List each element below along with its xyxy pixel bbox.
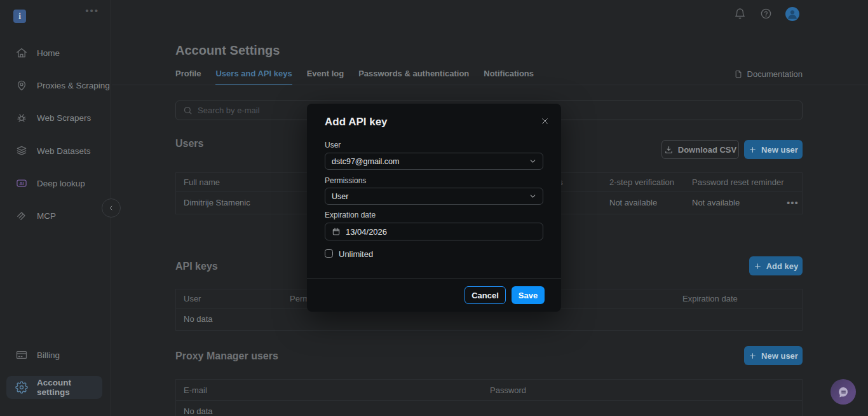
save-button[interactable]: Save (512, 286, 545, 304)
user-field-label: User (325, 141, 341, 149)
user-select-value: dstc97@gmail.com (325, 157, 399, 166)
calendar-icon (325, 227, 341, 236)
permissions-select-value: User (325, 192, 348, 201)
expiration-date-value: 13/04/2026 (341, 227, 387, 237)
permissions-select[interactable]: User (325, 188, 543, 205)
expiration-field-label: Expiration date (325, 211, 376, 219)
chevron-down-icon (529, 192, 537, 200)
user-select[interactable]: dstc97@gmail.com (325, 153, 543, 170)
cancel-button[interactable]: Cancel (465, 286, 506, 304)
cancel-button-label: Cancel (471, 291, 499, 300)
permissions-field-label: Permissions (325, 176, 366, 185)
expiration-date-input[interactable]: 13/04/2026 (325, 223, 543, 240)
app-root: i ••• Home Proxies & Scraping Web Scrape… (0, 0, 868, 416)
add-api-key-modal: Add API key User dstc97@gmail.com Permis… (307, 104, 561, 312)
close-icon[interactable] (540, 116, 550, 127)
modal-title: Add API key (325, 116, 388, 128)
save-button-label: Save (519, 291, 538, 300)
modal-footer-divider (307, 278, 561, 279)
unlimited-checkbox[interactable] (325, 249, 333, 258)
unlimited-checkbox-label: Unlimited (339, 249, 373, 259)
chevron-down-icon (529, 157, 537, 165)
